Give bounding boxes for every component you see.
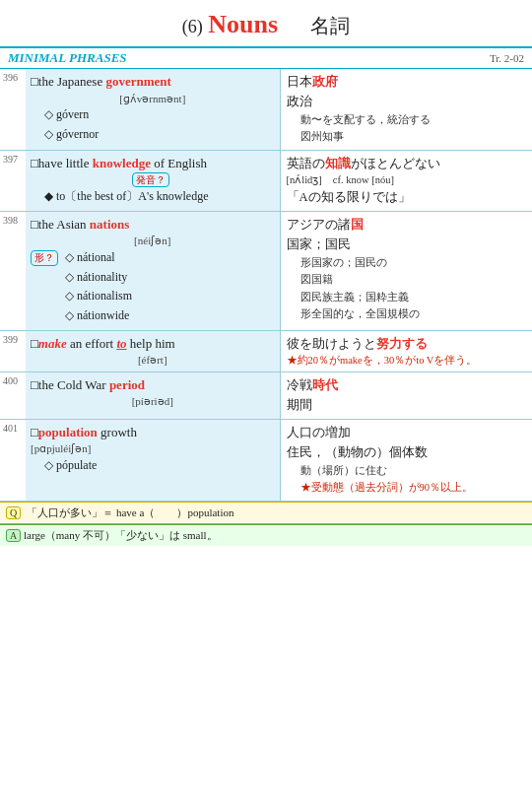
- jp-main: アジアの諸国: [287, 215, 527, 235]
- chapter-num: (6): [182, 17, 203, 36]
- entry-right: 冷戦時代 期間: [280, 371, 532, 419]
- list-item: ◆ to〔the best of〕A's knowledge: [44, 187, 275, 207]
- jp-main: 日本政府: [287, 72, 527, 92]
- section-header: MINIMAL PHRASES Tr. 2-02: [0, 46, 532, 69]
- phonetic-badge: 発音？: [31, 172, 275, 187]
- jp-subs: 動〜を支配する，統治する 図州知事: [287, 111, 527, 146]
- entry-right: アジアの諸国 国家；国民 形国家の；国民の 図国籍 図民族主義；国粋主義 形全国…: [280, 211, 532, 330]
- list-item: 動（場所）に住む: [300, 462, 527, 479]
- keyword: knowledge: [93, 156, 151, 170]
- entry-left: □the Japanese government [ɡʌ́vərnmənt] ◇…: [26, 69, 280, 150]
- list-item: 図民族主義；国粋主義: [300, 289, 527, 305]
- phonetic: [ɡʌ́vərnmənt]: [31, 92, 275, 105]
- list-item: ◇ nátionwide: [65, 306, 132, 326]
- phrase-line: □the Japanese government: [31, 72, 275, 92]
- entry-left: □the Cold War period [píəriəd]: [26, 371, 280, 419]
- entry-num: 401: [0, 419, 26, 501]
- entry-num: 399: [0, 330, 26, 371]
- table-row: 398 □the Asian nations [néiʃən] 形？ ◇ nát…: [0, 211, 532, 330]
- jp-main: 英語の知識がほとんどない: [287, 154, 527, 173]
- checkbox-icon: □: [31, 217, 38, 232]
- phrase-line: □have little knowledge of English: [31, 154, 275, 173]
- section-label: MINIMAL PHRASES: [8, 50, 127, 66]
- phrase-line: □make an effort to help him: [31, 334, 275, 354]
- checkbox-icon: □: [31, 156, 38, 170]
- jp-sub: 期間: [287, 395, 527, 415]
- q-badge: Q: [6, 506, 21, 519]
- list-item: ◇ nátional: [65, 248, 132, 268]
- jp-main: 彼を助けようと努力する: [287, 334, 527, 354]
- q-text: 「人口が多い」＝ have a（ ）population: [27, 505, 233, 520]
- phonetic: [pɑpjuléiʃən]: [31, 441, 275, 455]
- sub-entries: ◆ to〔the best of〕A's knowledge: [31, 187, 275, 207]
- jp-main: 冷戦時代: [287, 375, 527, 395]
- page-title: (6) Nouns 名詞: [0, 0, 532, 46]
- phrase-line: □population growth: [31, 423, 275, 442]
- a-text: large（many 不可）「少ない」は small。: [24, 529, 218, 541]
- table-row: 400 □the Cold War period [píəriəd] 冷戦時代 …: [0, 371, 532, 419]
- jp-sub: 政治: [287, 92, 527, 111]
- sub-section: 形？ ◇ nátional ◇ nátionality ◇ nátionalis…: [31, 248, 275, 326]
- list-item-note: ★受動態（過去分詞）が90％以上。: [300, 479, 527, 496]
- keyword-to: to: [116, 336, 126, 351]
- sub-entries: ◇ góvern ◇ góvernor: [31, 105, 275, 145]
- list-item: 形全国的な，全国規模の: [300, 305, 527, 322]
- entry-left: □make an effort to help him [éfərt]: [26, 330, 280, 371]
- list-item: ◇ góvern: [44, 105, 275, 125]
- checkbox-icon: □: [31, 425, 38, 439]
- entry-num: 397: [0, 150, 26, 211]
- entry-num: 398: [0, 211, 26, 330]
- table-row: 399 □make an effort to help him [éfərt] …: [0, 330, 532, 371]
- sub-entries: ◇ pópulate: [31, 456, 275, 476]
- entries-table: 396 □the Japanese government [ɡʌ́vərnmən…: [0, 69, 532, 502]
- jp-sub: 住民，（動物の）個体数: [287, 442, 527, 462]
- entry-left: □have little knowledge of English 発音？ ◆ …: [26, 150, 280, 211]
- list-item: ◇ góvernor: [44, 125, 275, 145]
- keyword: government: [105, 74, 170, 89]
- list-item: 動〜を支配する，統治する: [300, 111, 527, 128]
- keyword: population: [38, 425, 98, 439]
- bottom-q-bar: Q 「人口が多い」＝ have a（ ）population: [0, 502, 532, 524]
- bottom-a-bar: A large（many 不可）「少ない」は small。: [0, 524, 532, 546]
- phonetic: [píəriəd]: [31, 394, 275, 408]
- a-badge: A: [6, 529, 21, 542]
- jp-main: 人口の増加: [287, 423, 527, 442]
- table-row: 396 □the Japanese government [ɡʌ́vərnmən…: [0, 69, 532, 150]
- chapter-title-jp: 名詞: [310, 15, 350, 36]
- table-row: 401 □population growth [pɑpjuléiʃən] ◇ p…: [0, 419, 532, 501]
- entry-num: 400: [0, 371, 26, 419]
- entry-left: □population growth [pɑpjuléiʃən] ◇ pópul…: [26, 419, 280, 501]
- keyword: nations: [90, 217, 129, 232]
- keyword-make: make: [38, 336, 67, 351]
- phrase-line: □the Asian nations: [31, 215, 275, 235]
- keyword: period: [109, 377, 145, 392]
- list-item: 形国家の；国民の: [300, 254, 527, 271]
- jp-sub: 「Aの知る限りでは」: [287, 187, 527, 207]
- checkbox-icon: □: [31, 336, 38, 351]
- form-badge: 形？: [31, 250, 58, 266]
- checkbox-icon: □: [31, 74, 38, 89]
- list-item: 図州知事: [300, 128, 527, 145]
- entry-left: □the Asian nations [néiʃən] 形？ ◇ nátiona…: [26, 211, 280, 330]
- entry-right: 彼を助けようと努力する ★約20％がmakeを，30％がto Vを伴う。: [280, 330, 532, 371]
- jp-subs: 形国家の；国民の 図国籍 図民族主義；国粋主義 形全国的な，全国規模の: [287, 254, 527, 322]
- list-item: ◇ nátionality: [65, 268, 132, 288]
- jp-phonetic: [nʌ́lidʒ] cf. know [nóu]: [287, 173, 527, 187]
- jp-note: ★約20％がmakeを，30％がto Vを伴う。: [287, 354, 527, 368]
- checkbox-icon: □: [31, 377, 38, 392]
- phrase-line: □the Cold War period: [31, 375, 275, 395]
- chapter-title-en: Nouns: [208, 10, 278, 38]
- table-row: 397 □have little knowledge of English 発音…: [0, 150, 532, 211]
- list-item: 図国籍: [300, 271, 527, 288]
- sub-entries: ◇ nátional ◇ nátionality ◇ nátionalism ◇…: [65, 248, 132, 326]
- phonetic: [éfərt]: [31, 353, 275, 367]
- track-label: Tr. 2-02: [490, 52, 524, 64]
- entry-num: 396: [0, 69, 26, 150]
- list-item: ◇ nátionalism: [65, 287, 132, 306]
- pronunciation-badge: 発音？: [132, 172, 169, 187]
- jp-subs: 動（場所）に住む ★受動態（過去分詞）が90％以上。: [287, 462, 527, 497]
- list-item: ◇ pópulate: [44, 456, 275, 476]
- entry-right: 日本政府 政治 動〜を支配する，統治する 図州知事: [280, 69, 532, 150]
- phonetic: [néiʃən]: [31, 234, 275, 247]
- entry-right: 人口の増加 住民，（動物の）個体数 動（場所）に住む ★受動態（過去分詞）が90…: [280, 419, 532, 501]
